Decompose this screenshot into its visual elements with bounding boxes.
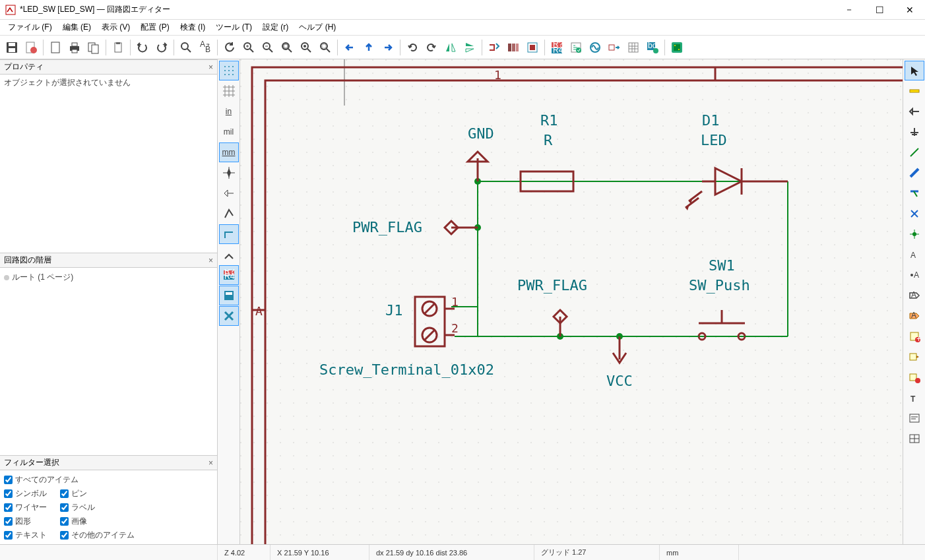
filter-panel-body: すべてのアイテム シンボル ワイヤー 図形 テキスト ピン ラベル 画像 その他… bbox=[0, 470, 217, 544]
add-power-tool[interactable] bbox=[905, 122, 924, 142]
add-bus-entry-tool[interactable] bbox=[905, 183, 924, 203]
filter-label[interactable]: ラベル bbox=[60, 502, 135, 513]
filter-other[interactable]: その他のアイテム bbox=[60, 530, 135, 541]
mirror-v-button[interactable] bbox=[461, 38, 479, 57]
footprint-assign-button[interactable] bbox=[523, 38, 542, 57]
menu-help[interactable]: ヘルプ (H) bbox=[294, 20, 341, 34]
rotate-cw-button[interactable] bbox=[422, 38, 441, 57]
find-replace-button[interactable]: AB bbox=[196, 38, 214, 57]
add-netclass-tool[interactable]: A bbox=[905, 265, 924, 285]
filter-wire[interactable]: ワイヤー bbox=[4, 502, 47, 513]
add-bus-tool[interactable] bbox=[905, 163, 924, 183]
plot-button[interactable] bbox=[84, 38, 103, 57]
properties-panel-header[interactable]: プロパティ × bbox=[0, 59, 217, 75]
assign-footprints-button[interactable] bbox=[605, 38, 623, 57]
filter-all[interactable]: すべてのアイテム bbox=[4, 474, 213, 485]
menu-view[interactable]: 表示 (V) bbox=[96, 20, 135, 34]
status-grid[interactable]: グリッド 1.27 bbox=[534, 545, 660, 560]
page-button[interactable] bbox=[46, 38, 65, 57]
refresh-button[interactable] bbox=[220, 38, 239, 57]
grid-lines-button[interactable] bbox=[219, 81, 239, 101]
highlight-net-tool[interactable] bbox=[905, 81, 924, 101]
pcb-button[interactable] bbox=[668, 38, 686, 57]
erc-button[interactable] bbox=[567, 38, 585, 57]
annotate-button[interactable]: R??R42 bbox=[548, 38, 566, 57]
add-textbox-tool[interactable] bbox=[905, 408, 924, 428]
nav-up-button[interactable] bbox=[360, 38, 378, 57]
close-icon[interactable]: × bbox=[208, 458, 213, 468]
add-table-tool[interactable] bbox=[905, 429, 924, 449]
svg-line-33 bbox=[327, 49, 330, 52]
sheet-settings-button[interactable] bbox=[22, 38, 40, 57]
free-angle-button[interactable] bbox=[219, 204, 239, 224]
nav-fwd-button[interactable] bbox=[379, 38, 397, 57]
frame-col-label: 1 bbox=[494, 68, 501, 82]
simulator-button[interactable] bbox=[586, 38, 604, 57]
annotate-toggle-button[interactable]: R??R42 bbox=[219, 265, 239, 285]
zoom-selection-button[interactable] bbox=[316, 38, 335, 57]
add-symbol-tool[interactable] bbox=[905, 102, 924, 121]
undo-button[interactable] bbox=[133, 38, 152, 57]
filter-image[interactable]: 画像 bbox=[60, 516, 135, 527]
add-sheet-tool[interactable]: + bbox=[905, 327, 924, 346]
maximize-button[interactable]: ☐ bbox=[864, 0, 895, 20]
zoom-out-button[interactable] bbox=[259, 38, 277, 57]
sync-sheet-pins-tool[interactable] bbox=[905, 367, 924, 387]
menu-inspect[interactable]: 検査 (I) bbox=[175, 20, 211, 34]
rotate-ccw-button[interactable] bbox=[403, 38, 422, 57]
units-mm-button[interactable]: mm bbox=[219, 142, 239, 162]
menu-file[interactable]: ファイル (F) bbox=[3, 20, 57, 34]
menu-tools[interactable]: ツール (T) bbox=[210, 20, 257, 34]
hidden-pins-button[interactable] bbox=[219, 183, 239, 203]
units-mil-button[interactable]: mil bbox=[219, 122, 239, 142]
units-in-button[interactable]: in bbox=[219, 102, 239, 121]
menu-edit[interactable]: 編集 (E) bbox=[57, 20, 96, 34]
hierarchy-root-item[interactable]: ルート (1 ページ) bbox=[4, 272, 213, 283]
filter-pin[interactable]: ピン bbox=[60, 488, 135, 499]
45deg-button[interactable] bbox=[219, 245, 239, 264]
hierarchy-toggle-button[interactable] bbox=[219, 286, 239, 305]
schematic-canvas[interactable]: 1 A GND PWR_FLAG bbox=[240, 59, 903, 544]
close-icon[interactable]: × bbox=[208, 256, 213, 265]
generate-bom-button[interactable]: bom bbox=[643, 38, 662, 57]
save-button[interactable] bbox=[3, 38, 21, 57]
symbol-editor-button[interactable] bbox=[485, 38, 503, 57]
filter-panel-header[interactable]: フィルター選択 × bbox=[0, 455, 217, 470]
add-wire-tool[interactable] bbox=[905, 142, 924, 162]
grid-dots-button[interactable] bbox=[219, 61, 239, 80]
redo-button[interactable] bbox=[152, 38, 171, 57]
zoom-objects-button[interactable] bbox=[297, 38, 315, 57]
properties-toggle-button[interactable] bbox=[219, 306, 239, 326]
find-button[interactable] bbox=[177, 38, 195, 57]
add-noconnect-tool[interactable] bbox=[905, 204, 924, 224]
mirror-h-button[interactable] bbox=[441, 38, 460, 57]
filter-symbol[interactable]: シンボル bbox=[4, 488, 47, 499]
zoom-fit-button[interactable] bbox=[278, 38, 296, 57]
add-global-label-tool[interactable]: A bbox=[905, 286, 924, 305]
close-button[interactable]: ✕ bbox=[895, 0, 925, 20]
filter-text[interactable]: テキスト bbox=[4, 530, 47, 541]
add-text-tool[interactable]: T bbox=[905, 388, 924, 408]
zoom-in-button[interactable] bbox=[239, 38, 258, 57]
minimize-button[interactable]: － bbox=[834, 0, 864, 20]
add-hier-label-tool[interactable]: A bbox=[905, 306, 924, 326]
close-icon[interactable]: × bbox=[208, 63, 213, 72]
cursor-full-button[interactable] bbox=[219, 163, 239, 183]
print-button[interactable] bbox=[65, 38, 84, 57]
nav-back-button[interactable] bbox=[340, 38, 359, 57]
status-unit[interactable]: mm bbox=[660, 545, 739, 560]
hierarchy-panel-header[interactable]: 回路図の階層 × bbox=[0, 253, 217, 268]
bom-button[interactable] bbox=[624, 38, 643, 57]
add-label-tool[interactable]: A bbox=[905, 245, 924, 264]
menu-settings[interactable]: 設定 (r) bbox=[257, 20, 294, 34]
add-sheet-pin-tool[interactable] bbox=[905, 347, 924, 367]
select-tool[interactable] bbox=[905, 61, 924, 80]
browse-libs-button[interactable] bbox=[504, 38, 523, 57]
filter-shape[interactable]: 図形 bbox=[4, 516, 47, 527]
paste-button[interactable] bbox=[109, 38, 127, 57]
svg-rect-3 bbox=[9, 48, 15, 52]
add-junction-tool[interactable] bbox=[905, 224, 924, 244]
menu-place[interactable]: 配置 (P) bbox=[135, 20, 174, 34]
ortho-button[interactable] bbox=[219, 224, 239, 244]
svg-text:R1: R1 bbox=[540, 112, 558, 129]
